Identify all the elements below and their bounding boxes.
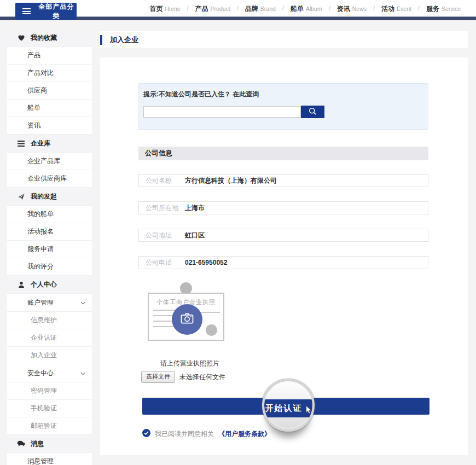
hamburger-icon xyxy=(22,8,31,14)
sidebar-item-17-subitem[interactable]: 企业认证 xyxy=(7,329,92,347)
check-circle-icon[interactable] xyxy=(142,429,150,439)
sidebar-item-label: 资讯 xyxy=(27,121,40,130)
sidebar-item-0-header[interactable]: 我的收藏 xyxy=(7,29,92,47)
sidebar-item-label: 信息维护 xyxy=(31,316,57,325)
sidebar-item-label: 密码管理 xyxy=(31,386,57,396)
sidebar-item-10-item[interactable]: 我的船单 xyxy=(7,206,92,223)
sidebar-item-22-subitem[interactable]: 邮箱验证 xyxy=(7,417,92,435)
sidebar-item-label: 邮箱验证 xyxy=(31,421,57,431)
sidebar-item-9-header[interactable]: 我的发起 xyxy=(7,188,92,206)
nav-item-brand[interactable]: 品牌Brand xyxy=(245,3,276,14)
sidebar-item-label: 企业供应商库 xyxy=(27,174,67,183)
list-icon xyxy=(17,141,25,147)
sidebar-item-1-item[interactable]: 产品 xyxy=(7,47,92,65)
sidebar-item-19-group[interactable]: 安全中心 xyxy=(7,364,92,382)
nav-item-event[interactable]: 活动Event xyxy=(381,3,411,14)
sidebar-item-label: 产品 xyxy=(27,51,40,60)
sidebar-item-21-subitem[interactable]: 手机验证 xyxy=(7,400,92,417)
sidebar-item-7-item[interactable]: 企业产品库 xyxy=(7,153,92,170)
sidebar-item-label: 我的发起 xyxy=(31,192,57,201)
nav-separator: / xyxy=(237,5,239,11)
sidebar-item-14-header[interactable]: 个人中心 xyxy=(7,276,92,294)
sidebar-item-24-item[interactable]: 消息管理 xyxy=(7,453,92,465)
license-upload-button[interactable] xyxy=(172,304,202,335)
all-categories-button[interactable]: 全部产品分类 xyxy=(15,3,77,20)
sidebar-item-11-item[interactable]: 活动报名 xyxy=(7,223,92,241)
sidebar-item-label: 服务申请 xyxy=(27,245,54,254)
title-accent-bar xyxy=(100,35,102,45)
nav-separator: / xyxy=(373,5,375,11)
company-fields: 公司名称方行信息科技（上海）有限公司公司所在地上海市公司地址虹口区公司电话021… xyxy=(138,174,428,283)
sidebar-item-label: 船单 xyxy=(27,103,40,113)
sidebar-item-20-subitem[interactable]: 密码管理 xyxy=(7,382,92,400)
company-search-button[interactable] xyxy=(301,106,324,118)
sidebar-item-18-subitem[interactable]: 加入企业 xyxy=(7,347,92,364)
search-icon xyxy=(308,107,317,118)
camera-icon xyxy=(179,311,195,328)
nav-separator: / xyxy=(418,5,420,11)
file-status-text: 未选择任何文件 xyxy=(179,373,225,382)
page-header: 加入企业 xyxy=(100,31,468,48)
nav-item-news[interactable]: 资讯News xyxy=(337,3,367,14)
sidebar-item-label: 企业库 xyxy=(31,139,50,148)
zoom-bubble-label: 开始认证 xyxy=(265,403,303,414)
field-label: 公司电话 xyxy=(146,258,178,268)
sidebar-item-label: 消息管理 xyxy=(27,457,54,465)
heart-icon xyxy=(17,34,25,41)
sidebar-item-label: 我的收藏 xyxy=(31,33,57,43)
page-title: 加入企业 xyxy=(110,35,138,45)
cursor-icon xyxy=(305,400,312,416)
chevron-down-icon xyxy=(80,300,85,304)
choose-file-button[interactable]: 选择文件 xyxy=(141,371,175,383)
main-panel: 提示:不知道公司是否已入住？ 在此查询 公司信息 公司名称方行信息科技（上海）有… xyxy=(100,57,468,455)
nav-item-product[interactable]: 产品Product xyxy=(195,3,230,14)
company-search-box: 提示:不知道公司是否已入住？ 在此查询 xyxy=(138,83,428,130)
agreement-row[interactable]: 我已阅读并同意相关 《用户服务条款》 xyxy=(142,429,271,439)
sidebar-item-13-item[interactable]: 我的评分 xyxy=(7,258,92,276)
sidebar-item-5-item[interactable]: 资讯 xyxy=(7,117,92,135)
nav-separator: / xyxy=(282,5,284,11)
sidebar-item-12-item[interactable]: 服务申请 xyxy=(7,241,92,258)
terms-link[interactable]: 《用户服务条款》 xyxy=(218,429,271,439)
company-search-input[interactable] xyxy=(143,106,301,118)
field-value: 虹口区 xyxy=(185,231,205,240)
sidebar-item-4-item[interactable]: 船单 xyxy=(7,100,92,117)
sidebar-item-2-item[interactable]: 产品对比 xyxy=(7,65,92,82)
user-icon xyxy=(17,281,25,288)
nav-separator: / xyxy=(329,5,330,11)
field-label: 公司名称 xyxy=(146,176,178,185)
company-field-1[interactable]: 公司所在地上海市 xyxy=(138,201,428,214)
company-info-section-header: 公司信息 xyxy=(138,147,428,160)
field-value: 上海市 xyxy=(185,204,205,213)
sidebar-item-label: 安全中心 xyxy=(27,369,81,378)
field-label: 公司所在地 xyxy=(146,204,178,213)
sidebar-item-label: 加入企业 xyxy=(31,351,57,360)
license-seal-circle xyxy=(206,324,217,336)
sidebar-item-16-subitem[interactable]: 信息维护 xyxy=(7,312,92,329)
sidebar-item-label: 供应商 xyxy=(27,86,47,95)
license-upload-placeholder[interactable]: 个体工商户营业执照 xyxy=(148,293,224,341)
nav-item-home[interactable]: 首页Home xyxy=(149,3,180,14)
sidebar-item-label: 我的评分 xyxy=(27,262,54,271)
sidebar-item-8-item[interactable]: 企业供应商库 xyxy=(7,170,92,188)
nav-item-service[interactable]: 服务Service xyxy=(426,3,461,14)
nav-separator: / xyxy=(187,5,189,11)
sidebar-item-label: 企业认证 xyxy=(31,333,57,342)
nav-item-album[interactable]: 船单Album xyxy=(291,3,322,14)
search-hint-text: 提示:不知道公司是否已入住？ 在此查询 xyxy=(143,90,259,99)
top-bar: 全部产品分类 首页Home/产品Product/品牌Brand/船单Album/… xyxy=(0,0,476,16)
company-field-3[interactable]: 公司电话021-65950052 xyxy=(138,256,428,269)
sidebar-item-23-header[interactable]: 消息 xyxy=(7,435,92,453)
company-field-0[interactable]: 公司名称方行信息科技（上海）有限公司 xyxy=(138,174,428,187)
sidebar-item-15-group[interactable]: 账户管理 xyxy=(7,294,92,312)
sidebar-item-label: 消息 xyxy=(31,439,44,449)
company-field-2[interactable]: 公司地址虹口区 xyxy=(138,229,428,242)
sidebar-item-3-item[interactable]: 供应商 xyxy=(7,82,92,100)
sidebar-item-6-header[interactable]: 企业库 xyxy=(7,135,92,153)
zoom-bubble-band: 开始认证 xyxy=(262,399,315,417)
field-value: 方行信息科技（上海）有限公司 xyxy=(185,176,277,185)
sidebar: 我的收藏产品产品对比供应商船单资讯企业库企业产品库企业供应商库我的发起我的船单活… xyxy=(7,29,92,465)
sidebar-item-label: 我的船单 xyxy=(27,210,54,219)
sidebar-item-label: 企业产品库 xyxy=(27,156,60,166)
top-nav: 首页Home/产品Product/品牌Brand/船单Album/资讯News/… xyxy=(149,0,461,16)
